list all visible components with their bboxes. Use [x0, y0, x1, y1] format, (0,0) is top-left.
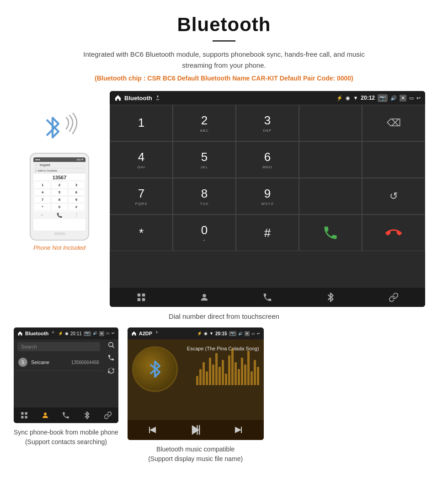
pb-nav-grid[interactable]	[20, 411, 28, 419]
music-caption: Bluetooth music compatible(Support displ…	[128, 445, 264, 464]
phone-add-contact: +Add to Contacts	[33, 168, 85, 173]
bt-logo-area	[37, 109, 82, 146]
pb-contact-number: 13566664466	[71, 360, 99, 365]
music-status-left: A2DP	[131, 331, 159, 336]
grid-icon	[136, 292, 146, 302]
svg-rect-1	[142, 294, 145, 296]
dial-key-0[interactable]: 0 +	[173, 215, 236, 251]
phone-dialpad: 1 2 3 4 5 6 7 8 9 * 0 #	[33, 181, 85, 211]
svg-rect-7	[21, 412, 23, 414]
pb-nav-link[interactable]	[104, 411, 112, 419]
nav-phone-icon[interactable]	[258, 292, 277, 302]
eq-bar-16	[244, 365, 246, 385]
music-app-title: A2DP	[139, 331, 152, 336]
link-icon	[389, 292, 399, 302]
pb-call-right-icon[interactable]	[107, 354, 115, 361]
dial-call-button[interactable]	[299, 215, 362, 251]
phone-key-hash: #	[68, 204, 85, 210]
music-back-icon: ↩	[257, 332, 260, 336]
dial-key-star[interactable]: *	[110, 215, 173, 251]
dial-key-3[interactable]: 3 DEF	[236, 105, 299, 141]
phone-status-bar: ●●●MX▼	[33, 157, 85, 162]
dial-empty-3	[362, 141, 425, 178]
eq-bar-9	[222, 360, 224, 385]
nav-link-icon[interactable]	[384, 292, 403, 302]
green-call-icon	[322, 225, 339, 241]
eq-bar-6	[212, 365, 214, 385]
phone-key-0: 0	[51, 204, 68, 210]
dial-end-button[interactable]	[362, 215, 425, 251]
eq-bar-1	[196, 376, 198, 385]
dial-empty-4	[299, 178, 362, 215]
phone-not-included-label: Phone Not Included	[33, 244, 85, 251]
bottom-row: Bluetooth ⚡ ◉ 20:11 📷 🔊 ✕ ▭ ↩	[0, 327, 448, 464]
dial-key-6[interactable]: 6 MNO	[236, 141, 299, 178]
pb-refresh-right-icon[interactable]	[107, 367, 115, 374]
music-close-icon: ✕	[245, 331, 250, 336]
dial-key-1[interactable]: 1	[110, 105, 173, 141]
dial-key-8[interactable]: 8 TUV	[173, 178, 236, 215]
dial-key-4[interactable]: 4 GHI	[110, 141, 173, 178]
music-bt-icon: ⚡	[197, 331, 202, 336]
svg-rect-3	[142, 298, 145, 301]
page-title: Bluetooth	[27, 14, 421, 36]
dial-refresh[interactable]: ↺	[362, 178, 425, 215]
music-wifi-icon: ▼	[209, 331, 213, 336]
dial-caption: Dial number direct from touchscreen	[0, 312, 448, 320]
dial-empty-1	[299, 105, 362, 141]
phone-key-6: 6	[68, 189, 85, 196]
fullscreen-icon: ▭	[409, 95, 414, 101]
eq-bar-20	[257, 367, 259, 385]
eq-bar-11	[228, 355, 230, 385]
eq-bar-2	[199, 369, 202, 385]
pb-nav-bt[interactable]	[83, 411, 91, 419]
music-cam-icon: 📷	[229, 331, 236, 336]
eq-bar-3	[203, 362, 205, 385]
prev-track-button[interactable]	[147, 424, 158, 435]
dial-backspace[interactable]: ⌫	[362, 105, 425, 141]
music-album-art	[132, 346, 178, 392]
nav-person-icon[interactable]	[195, 292, 213, 302]
dial-key-9[interactable]: 9 WXYZ	[236, 178, 299, 215]
pb-vol-icon: 🔊	[93, 331, 97, 336]
bluetooth-status-icon: ⚡	[336, 95, 343, 101]
pb-nav-phone[interactable]	[62, 411, 70, 419]
nav-grid-icon[interactable]	[132, 292, 150, 302]
pb-nav-person[interactable]	[41, 411, 49, 419]
status-right: ⚡ ◉ ▼ 20:12 📷 🔊 ✕ ▭ ↩	[336, 94, 421, 102]
dial-app-title: Bluetooth	[124, 95, 152, 102]
eq-bar-17	[247, 351, 250, 385]
pb-loc-icon: ◉	[65, 331, 69, 336]
dial-key-2[interactable]: 2 ABC	[173, 105, 236, 141]
eq-bar-12	[231, 349, 234, 385]
dial-key-5[interactable]: 5 JKL	[173, 141, 236, 178]
pb-search-bar[interactable]: Search	[17, 342, 100, 351]
pb-home-icon	[17, 331, 23, 336]
camera-icon: 📷	[378, 94, 388, 102]
pb-search-right-icon[interactable]	[107, 341, 115, 349]
phone-back-icon: ←	[40, 213, 44, 218]
pb-contact-row: S Seicane 13566664466	[14, 354, 104, 371]
status-time: 20:12	[361, 95, 375, 101]
pb-content-area: Search S Seicane 13566664466	[14, 339, 118, 408]
bluetooth-icon	[41, 114, 64, 141]
music-status-icons: ⚡ ◉ ▼ 20:15 📷 🔊 ✕ ▭ ↩	[197, 331, 260, 336]
pb-right-icons	[104, 339, 118, 408]
music-screen: A2DP ⚡ ◉ ▼ 20:15 📷 🔊 ✕ ▭ ↩	[128, 327, 264, 440]
music-body: Escape (The Pina Colada Song)	[128, 339, 264, 440]
nav-bluetooth-icon[interactable]	[321, 292, 340, 302]
phone-key-9: 9	[68, 196, 85, 203]
svg-marker-12	[149, 427, 156, 433]
phonebook-caption: Sync phone-book from mobile phone(Suppor…	[14, 428, 118, 447]
play-pause-button[interactable]	[189, 424, 202, 436]
dial-key-7[interactable]: 7 PQRS	[110, 178, 173, 215]
android-dial-screen: Bluetooth ⚡ ◉ ▼ 20:12 📷 🔊 ✕ ▭ ↩ 1	[110, 91, 425, 307]
next-track-button[interactable]	[233, 424, 244, 435]
phone-dialed-number: 13567	[33, 173, 85, 181]
pb-statusbar: Bluetooth ⚡ ◉ 20:11 📷 🔊 ✕ ▭ ↩	[14, 327, 118, 339]
dial-grid: 1 2 ABC 3 DEF ⌫ 4 GHI 5 JKL	[110, 105, 425, 288]
location-icon: ◉	[346, 95, 350, 101]
dial-key-hash[interactable]: #	[236, 215, 299, 251]
eq-bar-7	[215, 353, 218, 385]
svg-point-4	[203, 294, 206, 297]
